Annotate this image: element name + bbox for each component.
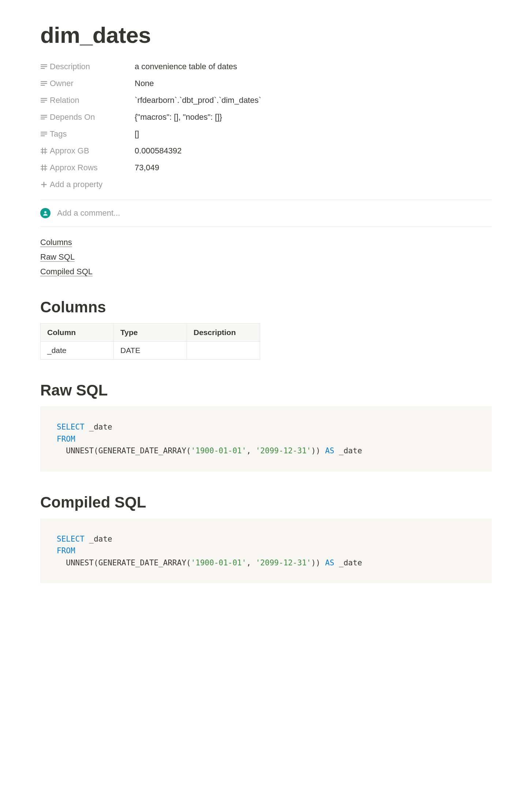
text-icon <box>40 114 50 121</box>
cell-column: _date <box>41 342 114 360</box>
svg-rect-3 <box>41 81 47 82</box>
paren: ( <box>94 558 98 567</box>
string-literal: '1900-01-01' <box>191 558 247 567</box>
property-relation[interactable]: Relation `rfdearborn`.`dbt_prod`.`dim_da… <box>40 92 492 109</box>
property-label: Approx GB <box>50 146 135 156</box>
comma: , <box>246 558 251 567</box>
kw-from: FROM <box>57 435 75 443</box>
comma: , <box>246 446 251 455</box>
raw-sql-code[interactable]: SELECT _date FROM UNNEST(GENERATE_DATE_A… <box>40 406 492 472</box>
property-owner[interactable]: Owner None <box>40 75 492 92</box>
svg-rect-5 <box>41 85 45 86</box>
svg-rect-17 <box>41 149 47 150</box>
property-label: Tags <box>50 129 135 139</box>
kw-select: SELECT <box>57 423 85 431</box>
property-approx-gb[interactable]: Approx GB 0.000584392 <box>40 142 492 159</box>
code-text: _date <box>334 446 362 455</box>
text-icon <box>40 80 50 87</box>
space <box>321 558 325 567</box>
property-tags[interactable]: Tags [] <box>40 126 492 142</box>
svg-rect-21 <box>41 166 47 167</box>
svg-rect-7 <box>41 100 47 101</box>
code-text: UNNEST <box>57 558 94 567</box>
property-approx-rows[interactable]: Approx Rows 73,049 <box>40 159 492 176</box>
add-property-label: Add a property <box>50 180 135 189</box>
toc-link-raw-sql[interactable]: Raw SQL <box>40 252 492 262</box>
property-value: a convenience table of dates <box>135 62 237 71</box>
property-label: Owner <box>50 79 135 88</box>
space <box>251 558 256 567</box>
svg-rect-20 <box>45 164 46 171</box>
string-literal: '2099-12-31' <box>256 558 311 567</box>
svg-rect-18 <box>41 152 47 153</box>
property-value: [] <box>135 129 139 139</box>
text-icon <box>40 130 50 138</box>
property-label: Approx Rows <box>50 163 135 172</box>
svg-rect-22 <box>41 169 47 170</box>
property-value: 0.000584392 <box>135 146 181 156</box>
svg-rect-9 <box>41 115 47 116</box>
kw-as: AS <box>325 558 334 567</box>
code-text: GENERATE_DATE_ARRAY <box>98 558 186 567</box>
code-text: _date <box>334 558 362 567</box>
plus-icon <box>40 181 50 188</box>
svg-rect-15 <box>42 148 43 154</box>
page-title: dim_dates <box>40 22 492 48</box>
comment-input[interactable]: Add a comment... <box>40 200 492 227</box>
col-header-type: Type <box>114 324 187 342</box>
number-icon <box>40 164 50 171</box>
property-label: Description <box>50 62 135 71</box>
kw-as: AS <box>325 446 334 455</box>
text-icon <box>40 63 50 70</box>
cell-type: DATE <box>114 342 187 360</box>
space <box>321 446 325 455</box>
svg-rect-2 <box>41 68 45 69</box>
avatar <box>40 208 50 218</box>
paren: )) <box>311 558 320 567</box>
paren: ( <box>186 446 191 455</box>
table-row: _date DATE <box>41 342 260 360</box>
kw-select: SELECT <box>57 535 85 543</box>
svg-rect-6 <box>41 98 47 99</box>
number-icon <box>40 147 50 155</box>
cell-description <box>187 342 260 360</box>
svg-rect-16 <box>45 148 46 154</box>
text-icon <box>40 97 50 104</box>
svg-rect-0 <box>41 64 47 65</box>
svg-rect-13 <box>41 134 47 134</box>
col-header-description: Description <box>187 324 260 342</box>
string-literal: '1900-01-01' <box>191 446 247 455</box>
property-value: None <box>135 79 154 88</box>
columns-heading: Columns <box>40 298 492 316</box>
space <box>251 446 256 455</box>
paren: ( <box>186 558 191 567</box>
compiled-sql-code[interactable]: SELECT _date FROM UNNEST(GENERATE_DATE_A… <box>40 519 492 584</box>
kw-from: FROM <box>57 546 75 555</box>
paren: )) <box>311 446 320 455</box>
svg-rect-11 <box>41 119 45 119</box>
toc-link-columns[interactable]: Columns <box>40 238 492 247</box>
svg-rect-1 <box>41 66 47 67</box>
toc-link-compiled-sql[interactable]: Compiled SQL <box>40 267 492 276</box>
code-text: _date <box>85 535 112 543</box>
compiled-sql-heading: Compiled SQL <box>40 494 492 511</box>
svg-rect-14 <box>41 135 45 136</box>
property-value: 73,049 <box>135 163 159 172</box>
svg-rect-8 <box>41 102 45 103</box>
property-label: Relation <box>50 96 135 105</box>
columns-table: Column Type Description _date DATE <box>40 323 260 360</box>
comment-placeholder: Add a comment... <box>57 208 120 218</box>
svg-rect-4 <box>41 83 47 84</box>
code-text: _date <box>85 423 112 431</box>
paren: ( <box>94 446 98 455</box>
add-property-button[interactable]: Add a property <box>40 176 492 193</box>
svg-point-25 <box>44 211 46 213</box>
code-text: GENERATE_DATE_ARRAY <box>98 446 186 455</box>
svg-rect-10 <box>41 117 47 118</box>
raw-sql-heading: Raw SQL <box>40 382 492 399</box>
property-depends-on[interactable]: Depends On {"macros": [], "nodes": []} <box>40 109 492 126</box>
property-description[interactable]: Description a convenience table of dates <box>40 58 492 75</box>
property-value: `rfdearborn`.`dbt_prod`.`dim_dates` <box>135 96 261 105</box>
property-value: {"macros": [], "nodes": []} <box>135 112 222 122</box>
col-header-column: Column <box>41 324 114 342</box>
